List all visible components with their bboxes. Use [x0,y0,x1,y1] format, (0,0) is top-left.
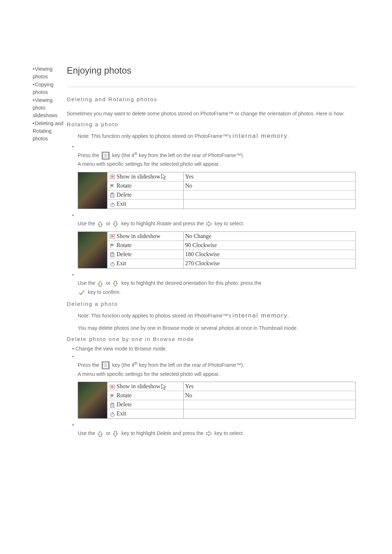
step-confirm-orientation: • Use the or key to highlight the desire… [67,273,356,297]
photo-thumbnail [78,382,107,418]
check-icon [78,288,86,297]
sidebar-item-copying-photos[interactable]: •Copying photos [33,81,65,96]
menu-item-rotate: Rotate [107,181,183,190]
flag-icon [109,182,115,189]
menu-item-delete: Delete [107,400,183,409]
menu-item-rotate: Rotate [107,241,183,250]
subheading-delete-one: Delete photo one by one in Browse mode [67,336,356,342]
menu-screenshot-3: Show in slideshow Rotate Delete Exit Yes… [78,382,356,419]
menu-item-exit: Exit [107,200,183,209]
step-press-menu-key: • Press the key (the 4th key from the le… [67,145,356,169]
subheading-deleting: Deleting a photo [67,301,356,307]
note-internal-memory: Note: This function only applies to phot… [67,131,356,141]
menu-item-slideshow: Show in slideshow [107,172,183,181]
step-press-menu-key-2: • Press the key (the 4th key from the le… [67,354,356,379]
option-no: No [183,181,355,190]
arrow-down-icon [113,279,119,288]
sidebar-item-viewing-photos[interactable]: •Viewing photos [33,65,65,81]
menu-screenshot-2: Show in slideshow Rotate Delete Exit No … [78,231,356,268]
menu-item-rotate: Rotate [107,391,183,400]
cursor-icon [161,383,166,390]
menu-key-icon [102,361,110,369]
note-internal-memory-2: Note: This function only applies to phot… [67,311,356,320]
menu-item-slideshow: Show in slideshow [107,382,183,391]
option-yes: Yes [183,382,355,391]
trash-icon [109,192,115,198]
option-yes: Yes [183,172,355,181]
menu-item-delete: Delete [107,250,183,259]
arrow-up-icon [97,219,104,228]
note-delete-modes: You may delete photos one by one in Brow… [67,324,356,332]
page-title: Enjoying photos [67,65,356,76]
step-highlight-delete: • Use the or key to highlight Delete and… [67,423,356,438]
flag-icon [109,242,115,249]
trash-icon [109,401,115,408]
flag-icon [109,392,115,399]
option-no-change: No Change [183,232,355,241]
arrow-down-icon [113,219,119,228]
power-icon [109,410,115,417]
arrow-up-icon [97,429,104,438]
arrow-down-icon [113,429,119,438]
section-heading-delete-rotate: Deleting and Rotating photos [67,96,356,102]
option-270: 270 Clockwise [183,259,355,268]
option-no: No [183,391,355,400]
sidebar-item-viewing-slideshows[interactable]: •Viewing photo slideshows [33,97,65,119]
slideshow-icon [109,173,115,180]
option-90: 90 Clockwise [183,241,355,250]
arrow-right-icon [206,219,212,228]
slideshow-icon [109,233,115,239]
bullet-change-view-mode: • Change the view mode to Browse mode. [67,346,356,352]
divider [67,87,356,87]
menu-item-exit: Exit [107,259,183,268]
arrow-up-icon [97,279,104,288]
power-icon [109,201,115,207]
menu-key-icon [102,152,110,160]
trash-icon [109,251,115,258]
subheading-rotating: Rotating a photo [67,121,356,127]
step-highlight-rotate: • Use the or key to highlight Rotate and… [67,213,356,229]
menu-item-exit: Exit [107,409,183,418]
option-180: 180 Clockwise [183,250,355,259]
cursor-icon [161,173,166,180]
intro-text: Sometimes you may want to delete some ph… [67,110,356,118]
menu-screenshot-1: Show in slideshow Rotate Delete Exit Yes… [78,172,356,209]
photo-thumbnail [78,232,107,268]
power-icon [109,260,115,267]
menu-item-slideshow: Show in slideshow [107,232,183,241]
main-content: Enjoying photos Deleting and Rotating ph… [65,65,356,441]
slideshow-icon [109,383,115,390]
sidebar-item-deleting-rotating[interactable]: •Deleting and Rotating photos [33,120,65,143]
arrow-right-icon [206,429,212,438]
photo-thumbnail [78,172,107,209]
menu-item-delete: Delete [107,190,183,200]
sidebar-nav: •Viewing photos •Copying photos •Viewing… [33,65,65,441]
